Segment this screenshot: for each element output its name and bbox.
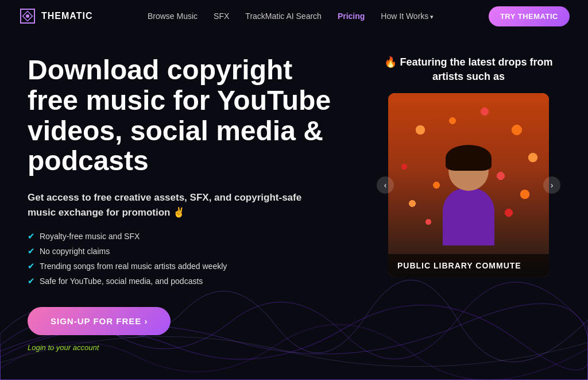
check-icon-4: ✔: [28, 276, 35, 286]
checklist-item-3: ✔ Trending songs from real music artists…: [28, 261, 354, 271]
checklist-item-2: ✔ No copyright claims: [28, 246, 354, 256]
login-link[interactable]: Login to your account: [28, 343, 354, 352]
nav-how-it-works[interactable]: How It Works: [381, 11, 434, 21]
checklist-text-4: Safe for YouTube, social media, and podc…: [40, 277, 203, 286]
checklist-item-1: ✔ Royalty-free music and SFX: [28, 231, 354, 241]
check-icon-2: ✔: [28, 246, 35, 256]
artist-figure: [434, 151, 503, 254]
nav-sfx[interactable]: SFX: [214, 11, 229, 21]
nav-trackmatic[interactable]: TrackMatic AI Search: [245, 11, 322, 21]
artist-head: [448, 151, 489, 191]
artist-name-label: PUBLIC LIBRARY COMMUTE: [388, 254, 549, 277]
checklist-text-2: No copyright claims: [40, 247, 110, 256]
artist-photo: [388, 93, 549, 277]
artist-hair: [446, 145, 492, 171]
checklist-item-4: ✔ Safe for YouTube, social media, and po…: [28, 276, 354, 286]
navbar: THEMATIC Browse Music SFX TrackMatic AI …: [0, 0, 588, 32]
hero-title: Download copyright free music for YouTub…: [28, 55, 349, 176]
artist-card: PUBLIC LIBRARY COMMUTE: [388, 93, 549, 277]
hero-right: 🔥 Featuring the latest drops from artist…: [377, 55, 560, 277]
checklist-text-3: Trending songs from real music artists a…: [40, 262, 227, 271]
logo[interactable]: THEMATIC: [18, 7, 92, 25]
signup-button[interactable]: SIGN-UP FOR FREE ›: [28, 307, 171, 335]
brand-name: THEMATIC: [41, 11, 92, 21]
check-icon-3: ✔: [28, 261, 35, 271]
checklist-text-1: Royalty-free music and SFX: [40, 232, 140, 241]
nav-pricing[interactable]: Pricing: [338, 11, 365, 21]
check-icon-1: ✔: [28, 231, 35, 241]
carousel-next-button[interactable]: ›: [543, 176, 560, 194]
carousel-prev-button[interactable]: ‹: [377, 176, 394, 194]
nav-browse-music[interactable]: Browse Music: [148, 11, 198, 21]
artist-body: [443, 188, 494, 245]
try-thematic-button[interactable]: TRY THEMATIC: [489, 6, 570, 26]
svg-point-2: [26, 14, 29, 18]
hero-subtitle: Get access to free creative assets, SFX,…: [28, 190, 303, 220]
nav-links: Browse Music SFX TrackMatic AI Search Pr…: [148, 11, 434, 21]
hero-left: Download copyright free music for YouTub…: [28, 55, 377, 352]
artist-carousel: ‹ PUBLIC LIBRARY COMMUTE ›: [388, 93, 549, 277]
featuring-text: 🔥 Featuring the latest drops from artist…: [377, 55, 560, 84]
checklist: ✔ Royalty-free music and SFX ✔ No copyri…: [28, 231, 354, 286]
hero-section: Download copyright free music for YouTub…: [0, 32, 588, 380]
